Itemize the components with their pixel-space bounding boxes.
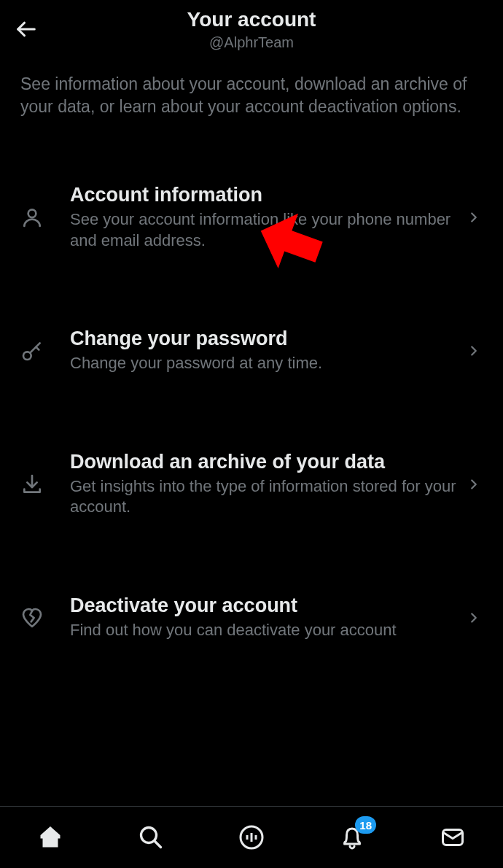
nav-home[interactable] (32, 819, 69, 856)
header-center: Your account @AlphrTeam (12, 8, 491, 51)
menu-item-desc: Get insights into the type of informatio… (70, 476, 465, 518)
menu-item-title: Download an archive of your data (70, 451, 465, 473)
menu-item-deactivate-account[interactable]: Deactivate your account Find out how you… (0, 594, 503, 641)
person-icon (20, 206, 57, 229)
back-button[interactable] (12, 15, 41, 44)
page-subtitle: @AlphrTeam (12, 34, 491, 51)
menu-item-title: Account information (70, 184, 465, 206)
download-icon (20, 473, 57, 496)
nav-notifications[interactable]: 18 (334, 819, 370, 856)
nav-messages[interactable] (434, 819, 471, 856)
menu-item-desc: Change your password at any time. (70, 353, 465, 374)
key-icon (20, 339, 57, 363)
menu-item-download-archive[interactable]: Download an archive of your data Get ins… (0, 451, 503, 518)
search-icon (138, 824, 164, 850)
arrow-left-icon (15, 18, 37, 40)
nav-spaces[interactable] (233, 819, 270, 856)
home-icon (37, 824, 63, 850)
header: Your account @AlphrTeam (0, 0, 503, 58)
bottom-nav: 18 (0, 806, 503, 868)
menu-item-account-information[interactable]: Account information See your account inf… (0, 184, 503, 251)
menu-item-desc: See your account information like your p… (70, 209, 465, 251)
menu-item-change-password[interactable]: Change your password Change your passwor… (0, 328, 503, 374)
chevron-right-icon (465, 209, 483, 225)
svg-line-5 (155, 841, 161, 848)
svg-point-1 (28, 210, 36, 218)
menu-item-title: Deactivate your account (70, 594, 465, 617)
mic-icon (238, 824, 265, 850)
menu-item-desc: Find out how you can deactivate your acc… (70, 620, 465, 641)
chevron-right-icon (465, 343, 483, 359)
notifications-badge: 18 (355, 816, 376, 834)
menu-item-text: Download an archive of your data Get ins… (57, 451, 465, 518)
menu-item-text: Deactivate your account Find out how you… (57, 594, 465, 641)
heartbreak-icon (20, 606, 57, 629)
page-title: Your account (12, 8, 491, 31)
menu-item-text: Account information See your account inf… (57, 184, 465, 251)
envelope-icon (440, 824, 466, 850)
menu-item-text: Change your password Change your passwor… (57, 328, 465, 374)
page-description: See information about your account, down… (0, 58, 503, 118)
chevron-right-icon (465, 610, 483, 626)
menu-list: Account information See your account inf… (0, 184, 503, 641)
nav-search[interactable] (133, 819, 169, 856)
chevron-right-icon (465, 476, 483, 492)
menu-item-title: Change your password (70, 328, 465, 350)
